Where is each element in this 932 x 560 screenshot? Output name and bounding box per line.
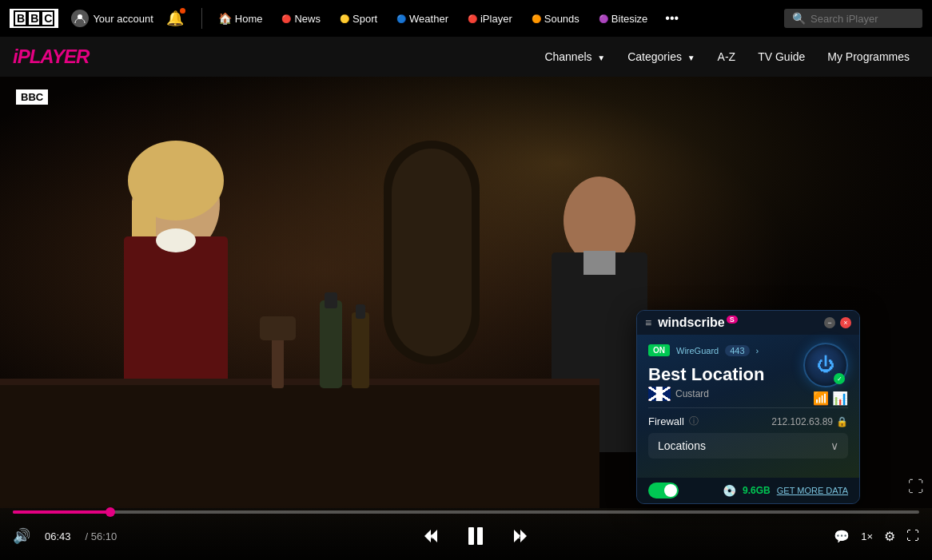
toggle-thumb: [664, 484, 677, 497]
get-more-data-button[interactable]: GET MORE DATA: [777, 486, 848, 495]
nav-item-sounds[interactable]: 🟠 Sounds: [525, 10, 586, 28]
windscribe-window-buttons: − ×: [824, 317, 851, 328]
categories-chevron: ▼: [685, 54, 695, 62]
weather-icon: 🔵: [396, 14, 406, 23]
rewind-button[interactable]: 20: [416, 522, 445, 550]
channels-chevron: ▼: [595, 54, 606, 62]
minimize-button[interactable]: −: [824, 317, 835, 328]
nav-divider: [201, 8, 202, 29]
locations-chevron: ∨: [830, 439, 838, 452]
windscribe-popup: ≡ windscribeS − × ⏻ ✓ ON WireGuard 443 ›: [636, 310, 860, 504]
windscribe-body: ⏻ ✓ ON WireGuard 443 › Best Location Cus…: [637, 335, 859, 478]
svg-rect-12: [583, 251, 615, 275]
settings-button[interactable]: ⚙: [884, 529, 895, 544]
speed-button[interactable]: 1×: [861, 530, 873, 542]
firewall-label: Firewall: [648, 415, 684, 427]
time-total: / 56:10: [86, 530, 117, 542]
nav-categories[interactable]: Categories ▼: [618, 46, 704, 68]
iplayer-logo[interactable]: iPLAYER: [13, 46, 89, 68]
svg-rect-4: [392, 149, 472, 356]
nav-tvguide[interactable]: TV Guide: [748, 46, 815, 68]
bbc-watermark: BBC: [16, 89, 48, 105]
lock-icon: 🔒: [836, 416, 848, 427]
sport-label: Sport: [352, 13, 377, 25]
svg-rect-15: [320, 300, 342, 388]
news-icon: 🔴: [281, 14, 291, 23]
signal-bar-icon: 📊: [832, 391, 848, 406]
bbc-topnav: BBC Your account 🔔 🏠 Home 🔴 News 🟡 Sport…: [0, 0, 932, 37]
progress-bar[interactable]: [13, 510, 919, 514]
more-button[interactable]: •••: [660, 8, 683, 29]
windscribe-power-button[interactable]: ⏻ ✓: [803, 343, 848, 387]
video-container[interactable]: BBC ⛶ ≡ windscribeS − × ⏻ ✓: [0, 77, 932, 560]
forward-button[interactable]: 20: [506, 522, 535, 550]
firewall-row: Firewall ⓘ 212.102.63.89 🔒: [648, 415, 848, 428]
sublocation-label: Custard: [675, 388, 709, 399]
windscribe-menu-icon[interactable]: ≡: [645, 316, 651, 329]
nav-myprogrammes[interactable]: My Programmes: [818, 46, 919, 68]
nav-item-iplayer[interactable]: 🔴 iPlayer: [461, 10, 519, 28]
locations-label: Locations: [658, 439, 706, 452]
firewall-ip-row: 212.102.63.89 🔒: [771, 416, 848, 427]
windscribe-badge: S: [727, 316, 738, 324]
toggle-switch[interactable]: [648, 483, 679, 498]
account-button[interactable]: Your account: [71, 10, 153, 27]
firewall-left: Firewall ⓘ: [648, 415, 699, 428]
iplayer-header: iPLAYER Channels ▼ Categories ▼ A-Z TV G…: [0, 37, 932, 77]
windscribe-titlebar: ≡ windscribeS − ×: [637, 311, 859, 335]
bbc-logo[interactable]: BBC: [10, 9, 58, 28]
nav-item-bitesize[interactable]: 🟣 Bitesize: [592, 10, 655, 28]
weather-label: Weather: [409, 13, 448, 25]
protocol-label: WireGuard: [676, 346, 719, 355]
nav-item-news[interactable]: 🔴 News: [275, 10, 327, 28]
on-badge: ON: [648, 344, 670, 356]
nav-item-sport[interactable]: 🟡 Sport: [333, 10, 384, 28]
wifi-icon: 📶: [813, 391, 829, 406]
nav-az[interactable]: A-Z: [708, 46, 746, 68]
pause-button[interactable]: [464, 525, 487, 547]
skip-forward-label: 20: [517, 534, 524, 539]
locations-button[interactable]: Locations ∨: [648, 433, 848, 459]
volume-button[interactable]: 🔊: [13, 527, 30, 545]
divider-1: [648, 407, 848, 408]
svg-rect-14: [0, 379, 599, 385]
uk-flag-icon: [648, 387, 671, 401]
pip-button[interactable]: ⛶: [908, 478, 924, 496]
progress-handle[interactable]: [106, 507, 115, 517]
iplayer-icon: 🔴: [468, 14, 477, 23]
search-box[interactable]: 🔍: [784, 9, 922, 28]
news-label: News: [294, 13, 321, 25]
nav-channels[interactable]: Channels ▼: [535, 46, 615, 68]
bitesize-icon: 🟣: [599, 14, 608, 23]
nav-item-weather[interactable]: 🔵 Weather: [390, 10, 455, 28]
toggle-row: [648, 483, 679, 498]
data-icon: 💿: [723, 484, 736, 497]
account-icon: [71, 10, 89, 27]
player-controls: 🔊 06:43 / 56:10 20: [0, 504, 932, 560]
nav-item-home[interactable]: 🏠 Home: [212, 9, 269, 28]
fullscreen-button[interactable]: ⛶: [906, 529, 919, 543]
search-icon: 🔍: [792, 12, 806, 25]
info-icon[interactable]: ⓘ: [689, 415, 699, 428]
data-amount: 9.6GB: [743, 485, 771, 496]
subtitles-button[interactable]: 💬: [834, 529, 850, 544]
windscribe-footer: 💿 9.6GB GET MORE DATA: [637, 478, 859, 503]
svg-rect-22: [477, 527, 483, 545]
iplayer-nav: Channels ▼ Categories ▼ A-Z TV Guide My …: [535, 46, 919, 68]
svg-rect-20: [260, 316, 296, 340]
windscribe-logo: windscribeS: [658, 316, 818, 330]
notification-dot: [180, 8, 185, 14]
bbc-watermark-text: BBC: [21, 91, 43, 103]
svg-rect-18: [356, 304, 365, 319]
search-input[interactable]: [811, 13, 914, 25]
svg-point-9: [156, 228, 196, 252]
sounds-icon: 🟠: [532, 14, 541, 23]
skip-back-label: 20: [428, 534, 434, 539]
svg-rect-17: [352, 312, 369, 388]
controls-row: 🔊 06:43 / 56:10 20: [13, 522, 919, 550]
svg-rect-13: [0, 380, 599, 508]
notifications-button[interactable]: 🔔: [166, 10, 184, 27]
close-button[interactable]: ×: [840, 317, 851, 328]
account-label: Your account: [93, 13, 153, 25]
data-info: 💿 9.6GB GET MORE DATA: [723, 484, 848, 497]
